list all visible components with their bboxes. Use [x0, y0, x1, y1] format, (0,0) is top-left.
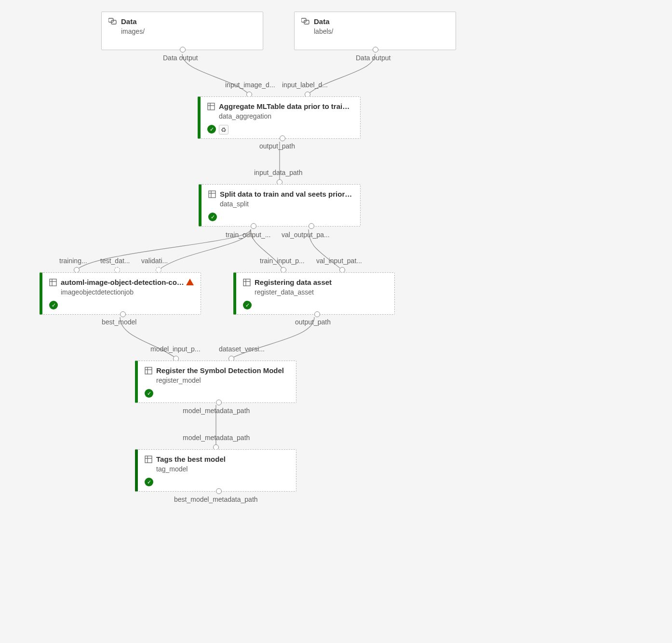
port-label: training...	[59, 257, 87, 265]
step-node-register-model[interactable]: Register the Symbol Detection Model regi…	[135, 361, 296, 403]
svg-rect-4	[208, 103, 215, 110]
component-icon	[208, 190, 216, 198]
port-label: best_model_metadata_path	[174, 496, 258, 503]
step-node-aggregate[interactable]: Aggregate MLTable data prior to training…	[198, 96, 361, 139]
svg-rect-13	[243, 279, 250, 286]
output-port[interactable]	[309, 223, 314, 229]
step-node-automl[interactable]: automl-image-object-detection-comp... im…	[40, 272, 201, 315]
step-node-split[interactable]: Split data to train and val seets prior …	[199, 184, 361, 227]
cache-reuse-icon: ♻	[219, 125, 228, 134]
status-success-icon: ✓	[145, 389, 153, 398]
output-port[interactable]	[314, 311, 320, 317]
port-label: dataset_versi...	[219, 345, 265, 353]
port-label: model_metadata_path	[183, 407, 250, 415]
node-subtitle: register_model	[156, 376, 289, 384]
output-port[interactable]	[280, 135, 285, 141]
port-label: model_metadata_path	[183, 434, 250, 442]
node-title: automl-image-object-detection-comp...	[61, 278, 184, 287]
port-label: input_label_d...	[282, 81, 328, 89]
output-port[interactable]	[180, 47, 186, 53]
svg-rect-16	[145, 367, 152, 374]
port-label: output_path	[259, 142, 295, 150]
node-subtitle: register_data_asset	[255, 288, 388, 296]
component-icon	[145, 455, 152, 463]
node-subtitle: tag_model	[156, 465, 289, 473]
data-node-images[interactable]: Data images/	[101, 12, 263, 50]
output-port[interactable]	[251, 223, 256, 229]
port-label: Data output	[356, 54, 390, 62]
port-label: best_model	[102, 318, 136, 326]
node-title: Aggregate MLTable data prior to training	[219, 102, 353, 111]
node-title: Data	[314, 17, 333, 27]
warning-icon	[186, 279, 194, 285]
node-subtitle: data_split	[220, 200, 353, 208]
port-label: input_data_path	[254, 169, 302, 176]
status-success-icon: ✓	[208, 213, 217, 221]
svg-rect-19	[145, 456, 152, 463]
port-label: model_input_p...	[150, 345, 201, 353]
component-icon	[145, 367, 152, 375]
svg-rect-7	[209, 191, 215, 198]
port-label: output_path	[295, 318, 331, 326]
status-success-icon: ✓	[207, 125, 216, 134]
data-icon	[108, 18, 117, 25]
status-success-icon: ✓	[49, 301, 58, 309]
port-label: input_image_d...	[225, 81, 275, 89]
node-subtitle: labels/	[314, 27, 333, 35]
status-success-icon: ✓	[145, 478, 153, 486]
node-title: Register the Symbol Detection Model	[156, 366, 289, 375]
output-port[interactable]	[120, 311, 126, 317]
port-label: val_input_pat...	[316, 257, 362, 265]
port-label: test_dat...	[100, 257, 130, 265]
port-label: train_input_p...	[260, 257, 305, 265]
data-icon	[301, 18, 310, 25]
node-title: Data	[121, 17, 145, 27]
data-node-labels[interactable]: Data labels/	[294, 12, 456, 50]
node-subtitle: imageobjectdetectionjob	[61, 288, 184, 296]
step-node-tag-model[interactable]: Tags the best model tag_model ✓	[135, 449, 296, 492]
node-title: Tags the best model	[156, 455, 289, 464]
step-node-register-data[interactable]: Registering data asset register_data_ass…	[233, 272, 395, 315]
node-subtitle: data_aggregation	[219, 112, 353, 120]
port-label: validati...	[141, 257, 168, 265]
node-title: Split data to train and val seets prior …	[220, 189, 353, 199]
output-port[interactable]	[216, 488, 222, 494]
status-success-icon: ✓	[243, 301, 252, 309]
port-label: Data output	[163, 54, 198, 62]
port-label: val_output_pa...	[282, 231, 330, 239]
component-icon	[49, 279, 57, 286]
svg-rect-10	[50, 279, 56, 286]
component-icon	[207, 103, 215, 110]
port-label: train_output_...	[226, 231, 270, 239]
output-port[interactable]	[216, 400, 222, 405]
node-title: Registering data asset	[255, 278, 388, 287]
component-icon	[243, 279, 251, 286]
node-subtitle: images/	[121, 27, 145, 35]
output-port[interactable]	[373, 47, 378, 53]
